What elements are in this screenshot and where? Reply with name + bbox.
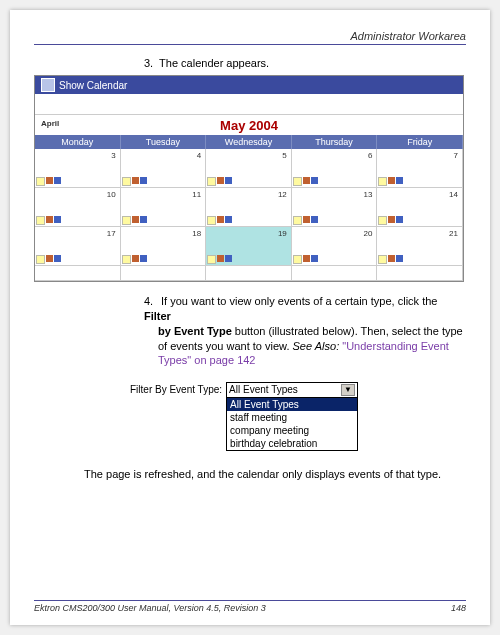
- calendar-cell-today[interactable]: 19: [206, 227, 292, 266]
- event-icon: [36, 216, 45, 225]
- event-icon: [132, 177, 139, 184]
- step-4-link-part2[interactable]: Types" on page 142: [158, 354, 255, 366]
- calendar-cell[interactable]: 14: [377, 188, 463, 227]
- event-icon: [132, 216, 139, 223]
- event-icon: [293, 216, 302, 225]
- filter-label: Filter By Event Type:: [130, 382, 222, 395]
- step-4-line3a: of events you want to view.: [158, 340, 293, 352]
- section-header: Administrator Workarea: [34, 30, 466, 42]
- calendar-grid: 3 4 5 6 7 10 11 12 13 14 17 18 19 20 21: [35, 149, 463, 281]
- step-4-filter-bold: Filter: [144, 310, 171, 322]
- event-icon: [207, 216, 216, 225]
- calendar-cell-cut: [121, 266, 207, 281]
- event-icon: [46, 177, 53, 184]
- footer-left: Ektron CMS200/300 User Manual, Version 4…: [34, 603, 266, 613]
- calendar-prev-month[interactable]: April: [41, 119, 59, 128]
- calendar-cell[interactable]: 5: [206, 149, 292, 188]
- calendar-cell[interactable]: 7: [377, 149, 463, 188]
- weekday-thu: Thursday: [292, 135, 378, 149]
- step-4-link-part1[interactable]: "Understanding Event: [339, 340, 449, 352]
- calendar-cell[interactable]: 21: [377, 227, 463, 266]
- step-4-block: 4. If you want to view only events of a …: [144, 294, 466, 368]
- event-icon: [140, 216, 147, 223]
- step-3: 3. The calender appears.: [144, 57, 466, 69]
- event-icon: [396, 255, 403, 262]
- event-icon: [54, 216, 61, 223]
- calendar-cell[interactable]: 10: [35, 188, 121, 227]
- event-icon: [36, 255, 45, 264]
- filter-selected-text: All Event Types: [229, 384, 298, 396]
- event-icon: [293, 255, 302, 264]
- event-icon: [217, 255, 224, 262]
- event-icon: [311, 255, 318, 262]
- calendar-cell[interactable]: 17: [35, 227, 121, 266]
- event-icon: [388, 216, 395, 223]
- calendar-cell[interactable]: 4: [121, 149, 207, 188]
- weekday-wed: Wednesday: [206, 135, 292, 149]
- event-icon: [378, 216, 387, 225]
- calendar-cell[interactable]: 6: [292, 149, 378, 188]
- calendar-titlebar: Show Calendar: [35, 76, 463, 94]
- filter-dropdown-list: All Event Types staff meeting company me…: [226, 398, 358, 451]
- event-icon: [225, 177, 232, 184]
- event-icon: [122, 177, 131, 186]
- event-icon: [207, 177, 216, 186]
- weekday-tue: Tuesday: [121, 135, 207, 149]
- filter-option[interactable]: All Event Types: [227, 398, 357, 411]
- event-icon: [122, 216, 131, 225]
- filter-option[interactable]: birthday celebration: [227, 437, 357, 450]
- calendar-screenshot: Show Calendar April May 2004 Monday Tues…: [34, 75, 464, 282]
- calendar-cell[interactable]: 12: [206, 188, 292, 227]
- calendar-weekday-row: Monday Tuesday Wednesday Thursday Friday: [35, 135, 463, 149]
- event-icon: [36, 177, 45, 186]
- calendar-cell-cut: [206, 266, 292, 281]
- calendar-cell-cut: [377, 266, 463, 281]
- event-icon: [303, 216, 310, 223]
- dropdown-arrow-icon[interactable]: ▼: [341, 384, 355, 396]
- event-icon: [303, 255, 310, 262]
- event-icon: [388, 177, 395, 184]
- event-icon: [378, 255, 387, 264]
- event-icon: [225, 255, 232, 262]
- calendar-cell[interactable]: 13: [292, 188, 378, 227]
- event-icon: [217, 216, 224, 223]
- calendar-toolbar-spacer: [35, 94, 463, 115]
- calendar-month-row: April May 2004: [35, 115, 463, 135]
- event-icon: [54, 177, 61, 184]
- event-icon: [378, 177, 387, 186]
- event-icon: [311, 216, 318, 223]
- event-icon: [54, 255, 61, 262]
- event-icon: [46, 216, 53, 223]
- filter-option[interactable]: staff meeting: [227, 411, 357, 424]
- event-icon: [225, 216, 232, 223]
- calendar-titlebar-text: Show Calendar: [59, 80, 127, 91]
- calendar-cell[interactable]: 3: [35, 149, 121, 188]
- step-4-line2b: button (illustrated below). Then, select…: [232, 325, 463, 337]
- event-icon: [396, 177, 403, 184]
- event-icon: [293, 177, 302, 186]
- calendar-cell[interactable]: 18: [121, 227, 207, 266]
- step-3-block: 3. The calender appears.: [144, 57, 466, 69]
- calendar-cell[interactable]: 11: [121, 188, 207, 227]
- calendar-cell[interactable]: 20: [292, 227, 378, 266]
- event-icon: [388, 255, 395, 262]
- footer-page-number: 148: [451, 603, 466, 613]
- event-icon: [217, 177, 224, 184]
- weekday-mon: Monday: [35, 135, 121, 149]
- event-icon: [122, 255, 131, 264]
- step-4-line1a: If you want to view only events of a cer…: [161, 295, 437, 307]
- footer-divider: [34, 600, 466, 601]
- event-icon: [46, 255, 53, 262]
- event-icon: [396, 216, 403, 223]
- filter-screenshot: Filter By Event Type: All Event Types ▼ …: [130, 382, 370, 451]
- event-icon: [132, 255, 139, 262]
- filter-select[interactable]: All Event Types ▼: [226, 382, 358, 398]
- event-icon: [311, 177, 318, 184]
- event-icon: [140, 255, 147, 262]
- step-4-num: 4.: [144, 294, 158, 309]
- after-paragraph: The page is refreshed, and the calendar …: [84, 467, 454, 482]
- filter-option[interactable]: company meeting: [227, 424, 357, 437]
- weekday-fri: Friday: [377, 135, 463, 149]
- window-icon: [41, 78, 55, 92]
- calendar-month-title: May 2004: [220, 118, 278, 133]
